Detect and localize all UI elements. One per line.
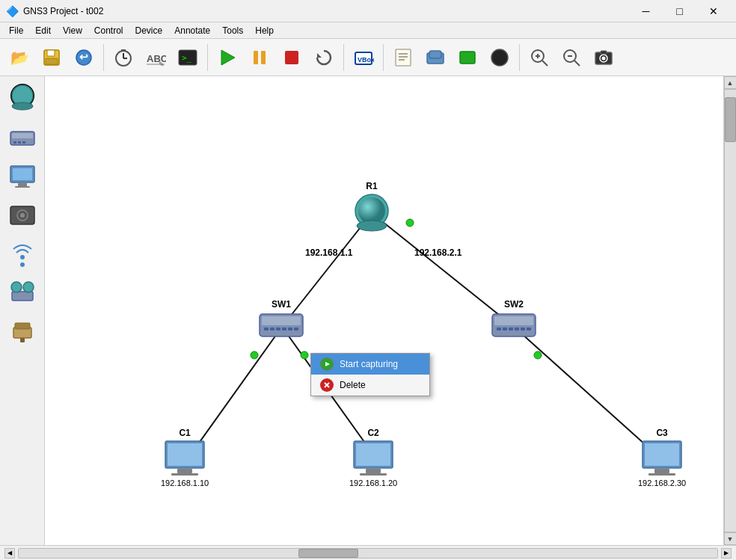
svg-rect-16 — [261, 51, 266, 64]
maximize-button[interactable]: □ — [663, 0, 696, 22]
minimize-button[interactable]: ─ — [629, 0, 663, 22]
svg-rect-92 — [494, 316, 533, 325]
notes-button[interactable] — [388, 43, 418, 73]
svg-rect-89 — [288, 327, 292, 330]
network-canvas[interactable]: 192.168.1.1 192.168.2.1 R1 — [45, 76, 723, 545]
sidebar-router-icon[interactable] — [4, 81, 40, 117]
reload-button[interactable] — [309, 43, 339, 73]
pc-c3-icon — [641, 440, 683, 477]
svg-rect-96 — [515, 327, 519, 330]
sidebar-wireless-icon[interactable] — [4, 236, 40, 272]
context-menu-start-capturing[interactable]: Start capturing — [311, 354, 429, 375]
svg-rect-61 — [15, 323, 30, 329]
node-sw2[interactable]: SW2 — [491, 299, 537, 341]
node-sw1-label: SW1 — [272, 299, 291, 310]
svg-rect-21 — [396, 49, 411, 66]
scroll-down-button[interactable]: ▼ — [724, 532, 737, 545]
svg-rect-110 — [648, 473, 675, 476]
menu-control[interactable]: Control — [88, 24, 129, 37]
node-sw1[interactable]: SW1 — [258, 299, 304, 341]
node-c3-ip: 192.168.2.30 — [638, 479, 686, 487]
open-folder-button[interactable]: 📂 — [4, 43, 34, 73]
node-c3[interactable]: C3 192.168.2.30 — [638, 428, 686, 487]
pause-button[interactable] — [245, 43, 275, 73]
start-capturing-label: Start capturing — [340, 359, 398, 369]
svg-rect-108 — [645, 443, 679, 466]
node-c1-label: C1 — [179, 428, 190, 438]
close-button[interactable]: ✕ — [696, 0, 730, 22]
zoom-in-button[interactable] — [524, 43, 554, 73]
svg-rect-95 — [509, 327, 513, 330]
node-r1-label: R1 — [366, 181, 377, 191]
node-c2-label: C2 — [367, 428, 378, 438]
menu-view[interactable]: View — [57, 24, 88, 37]
svg-rect-90 — [294, 327, 298, 330]
svg-rect-1 — [47, 50, 55, 56]
capture-icon — [320, 357, 334, 371]
context-menu-delete[interactable]: Delete — [311, 375, 429, 396]
scroll-up-button[interactable]: ▲ — [724, 76, 737, 89]
menubar: File Edit View Control Device Annotate T… — [0, 22, 736, 39]
svg-rect-27 — [460, 52, 475, 64]
cloud-button[interactable] — [420, 43, 450, 73]
scroll-thumb[interactable] — [725, 97, 736, 142]
menu-edit[interactable]: Edit — [29, 24, 57, 37]
timer-button[interactable] — [108, 43, 138, 73]
save-button[interactable] — [37, 43, 67, 73]
menu-device[interactable]: Device — [129, 24, 169, 37]
node-c1[interactable]: C1 192.168.1.10 — [161, 428, 209, 487]
svg-rect-17 — [285, 51, 298, 64]
sidebar-misc-icon[interactable] — [4, 314, 40, 350]
scroll-right-button[interactable]: ▶ — [721, 548, 732, 559]
sidebar-pc-icon[interactable] — [4, 159, 40, 194]
main-area: 192.168.1.1 192.168.2.1 R1 — [0, 76, 736, 545]
svg-rect-2 — [46, 58, 58, 64]
virtualbox-button[interactable]: VBox — [349, 43, 378, 73]
svg-rect-98 — [527, 327, 531, 330]
terminal-button[interactable]: >_ — [173, 43, 203, 73]
toolbar-sep-3 — [343, 44, 344, 71]
menu-annotate[interactable]: Annotate — [168, 24, 216, 37]
router-r1-icon — [352, 193, 392, 238]
svg-text:↩: ↩ — [79, 51, 88, 63]
abc-button[interactable]: ABC✎ — [141, 43, 171, 73]
svg-marker-14 — [221, 50, 235, 65]
svg-point-28 — [491, 49, 508, 66]
play-button[interactable] — [212, 43, 242, 73]
svg-rect-87 — [276, 327, 280, 330]
svg-point-54 — [20, 213, 25, 218]
screenshot-button[interactable] — [589, 43, 619, 73]
menu-tools[interactable]: Tools — [216, 24, 249, 37]
zoom-out-button[interactable] — [556, 43, 586, 73]
svg-rect-47 — [22, 141, 25, 144]
node-c2[interactable]: C2 192.168.1.20 — [349, 428, 397, 487]
horizontal-scroll-track[interactable] — [18, 548, 718, 559]
svg-rect-39 — [601, 51, 607, 54]
svg-line-30 — [542, 61, 548, 66]
pc-c1-icon — [164, 440, 206, 477]
vertical-scrollbar: ▲ ▼ — [723, 76, 736, 545]
scroll-track[interactable] — [724, 89, 737, 532]
svg-rect-85 — [264, 327, 269, 330]
delete-label: Delete — [340, 380, 366, 390]
svg-rect-84 — [262, 316, 301, 325]
undo-button[interactable]: ↩ — [69, 43, 99, 73]
sidebar-firewall-icon[interactable] — [4, 275, 40, 311]
delete-icon — [320, 378, 334, 392]
menu-file[interactable]: File — [3, 24, 29, 37]
svg-rect-57 — [12, 292, 33, 301]
node-r1[interactable]: R1 — [352, 181, 392, 238]
server-button[interactable] — [453, 43, 482, 73]
stop-button[interactable] — [277, 43, 307, 73]
horizontal-scroll-thumb[interactable] — [298, 549, 358, 558]
svg-line-34 — [574, 61, 580, 66]
sidebar-switch-icon[interactable] — [4, 120, 40, 156]
scroll-left-button[interactable]: ◀ — [4, 548, 15, 559]
sidebar-cloud-icon[interactable] — [4, 197, 40, 233]
switch-sw2-icon — [491, 311, 537, 341]
toolbar-sep-4 — [383, 44, 384, 71]
svg-rect-51 — [15, 186, 30, 188]
sphere-button[interactable] — [485, 43, 515, 73]
menu-help[interactable]: Help — [249, 24, 280, 37]
svg-rect-44 — [12, 133, 33, 138]
